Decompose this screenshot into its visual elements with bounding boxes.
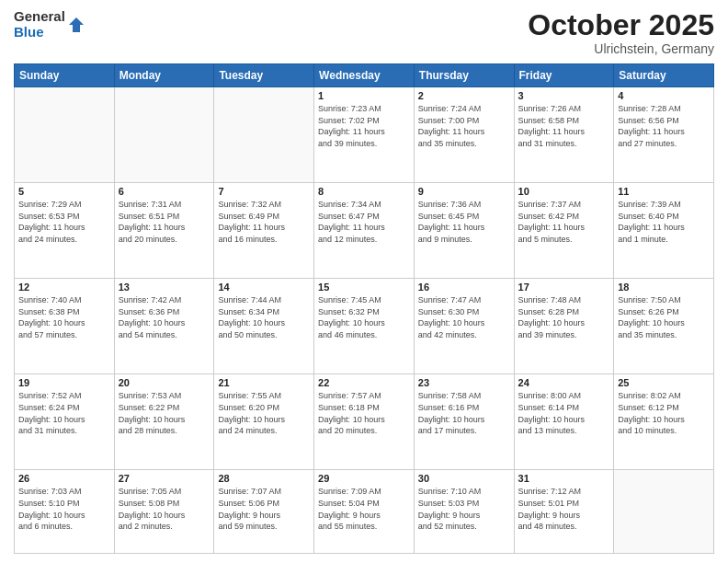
day-info: Sunrise: 7:48 AM Sunset: 6:28 PM Dayligh…: [518, 294, 610, 340]
day-number: 29: [318, 473, 410, 484]
day-number: 28: [218, 473, 310, 484]
day-number: 19: [18, 377, 110, 388]
location: Ulrichstein, Germany: [528, 41, 714, 56]
day-info: Sunrise: 7:34 AM Sunset: 6:47 PM Dayligh…: [318, 199, 410, 245]
table-row: 20Sunrise: 7:53 AM Sunset: 6:22 PM Dayli…: [114, 374, 214, 470]
day-number: 20: [119, 377, 210, 388]
day-info: Sunrise: 7:36 AM Sunset: 6:45 PM Dayligh…: [418, 199, 510, 245]
day-number: 22: [318, 377, 410, 388]
table-row: 31Sunrise: 7:12 AM Sunset: 5:01 PM Dayli…: [514, 470, 614, 554]
day-number: 3: [518, 90, 610, 101]
day-info: Sunrise: 7:58 AM Sunset: 6:16 PM Dayligh…: [418, 390, 510, 436]
table-row: 18Sunrise: 7:50 AM Sunset: 6:26 PM Dayli…: [614, 279, 714, 374]
table-row: 16Sunrise: 7:47 AM Sunset: 6:30 PM Dayli…: [414, 279, 514, 374]
table-row: 30Sunrise: 7:10 AM Sunset: 5:03 PM Dayli…: [414, 470, 514, 554]
day-info: Sunrise: 7:45 AM Sunset: 6:32 PM Dayligh…: [318, 294, 410, 340]
day-info: Sunrise: 7:37 AM Sunset: 6:42 PM Dayligh…: [518, 199, 610, 245]
day-number: 21: [218, 377, 310, 388]
table-row: 9Sunrise: 7:36 AM Sunset: 6:45 PM Daylig…: [414, 183, 514, 279]
col-friday: Friday: [514, 64, 614, 87]
table-row: 21Sunrise: 7:55 AM Sunset: 6:20 PM Dayli…: [214, 374, 314, 470]
day-number: 27: [119, 473, 210, 484]
day-info: Sunrise: 7:40 AM Sunset: 6:38 PM Dayligh…: [18, 294, 110, 340]
table-row: [15, 87, 115, 183]
day-number: 7: [218, 186, 310, 197]
day-info: Sunrise: 7:42 AM Sunset: 6:36 PM Dayligh…: [119, 294, 210, 340]
table-row: 11Sunrise: 7:39 AM Sunset: 6:40 PM Dayli…: [614, 183, 714, 279]
table-row: 24Sunrise: 8:00 AM Sunset: 6:14 PM Dayli…: [514, 374, 614, 470]
table-row: 5Sunrise: 7:29 AM Sunset: 6:53 PM Daylig…: [15, 183, 115, 279]
day-info: Sunrise: 8:00 AM Sunset: 6:14 PM Dayligh…: [518, 390, 610, 436]
day-number: 2: [418, 90, 510, 101]
col-sunday: Sunday: [15, 64, 115, 87]
day-number: 26: [18, 473, 110, 484]
day-info: Sunrise: 7:05 AM Sunset: 5:08 PM Dayligh…: [119, 486, 210, 532]
logo-general-text: General: [14, 9, 65, 25]
day-info: Sunrise: 7:26 AM Sunset: 6:58 PM Dayligh…: [518, 103, 610, 149]
title-block: October 2025 Ulrichstein, Germany: [528, 9, 714, 56]
day-info: Sunrise: 8:02 AM Sunset: 6:12 PM Dayligh…: [618, 390, 710, 436]
month-title: October 2025: [528, 9, 714, 41]
day-number: 16: [418, 282, 510, 293]
day-number: 25: [618, 377, 710, 388]
table-row: 10Sunrise: 7:37 AM Sunset: 6:42 PM Dayli…: [514, 183, 614, 279]
day-number: 12: [18, 282, 110, 293]
table-row: [114, 87, 214, 183]
table-row: 27Sunrise: 7:05 AM Sunset: 5:08 PM Dayli…: [114, 470, 214, 554]
weekday-header-row: Sunday Monday Tuesday Wednesday Thursday…: [15, 64, 714, 87]
col-thursday: Thursday: [414, 64, 514, 87]
col-wednesday: Wednesday: [314, 64, 415, 87]
logo-icon: [67, 16, 85, 34]
day-info: Sunrise: 7:09 AM Sunset: 5:04 PM Dayligh…: [318, 486, 410, 532]
day-info: Sunrise: 7:52 AM Sunset: 6:24 PM Dayligh…: [18, 390, 110, 436]
table-row: 4Sunrise: 7:28 AM Sunset: 6:56 PM Daylig…: [614, 87, 714, 183]
table-row: 22Sunrise: 7:57 AM Sunset: 6:18 PM Dayli…: [314, 374, 415, 470]
day-number: 10: [518, 186, 610, 197]
day-info: Sunrise: 7:39 AM Sunset: 6:40 PM Dayligh…: [618, 199, 710, 245]
day-number: 17: [518, 282, 610, 293]
day-number: 15: [318, 282, 410, 293]
day-info: Sunrise: 7:55 AM Sunset: 6:20 PM Dayligh…: [218, 390, 310, 436]
table-row: 2Sunrise: 7:24 AM Sunset: 7:00 PM Daylig…: [414, 87, 514, 183]
day-info: Sunrise: 7:47 AM Sunset: 6:30 PM Dayligh…: [418, 294, 510, 340]
table-row: 19Sunrise: 7:52 AM Sunset: 6:24 PM Dayli…: [15, 374, 115, 470]
table-row: 3Sunrise: 7:26 AM Sunset: 6:58 PM Daylig…: [514, 87, 614, 183]
header: General Blue October 2025 Ulrichstein, G…: [14, 9, 714, 56]
table-row: 7Sunrise: 7:32 AM Sunset: 6:49 PM Daylig…: [214, 183, 314, 279]
day-info: Sunrise: 7:23 AM Sunset: 7:02 PM Dayligh…: [318, 103, 410, 149]
table-row: 17Sunrise: 7:48 AM Sunset: 6:28 PM Dayli…: [514, 279, 614, 374]
table-row: 26Sunrise: 7:03 AM Sunset: 5:10 PM Dayli…: [15, 470, 115, 554]
day-number: 14: [218, 282, 310, 293]
table-row: 6Sunrise: 7:31 AM Sunset: 6:51 PM Daylig…: [114, 183, 214, 279]
table-row: [614, 470, 714, 554]
day-number: 4: [618, 90, 710, 101]
day-info: Sunrise: 7:07 AM Sunset: 5:06 PM Dayligh…: [218, 486, 310, 532]
col-monday: Monday: [114, 64, 214, 87]
day-info: Sunrise: 7:03 AM Sunset: 5:10 PM Dayligh…: [18, 486, 110, 532]
table-row: 28Sunrise: 7:07 AM Sunset: 5:06 PM Dayli…: [214, 470, 314, 554]
day-number: 8: [318, 186, 410, 197]
day-number: 5: [18, 186, 110, 197]
table-row: 1Sunrise: 7:23 AM Sunset: 7:02 PM Daylig…: [314, 87, 415, 183]
day-info: Sunrise: 7:29 AM Sunset: 6:53 PM Dayligh…: [18, 199, 110, 245]
table-row: 29Sunrise: 7:09 AM Sunset: 5:04 PM Dayli…: [314, 470, 415, 554]
day-info: Sunrise: 7:32 AM Sunset: 6:49 PM Dayligh…: [218, 199, 310, 245]
logo: General Blue: [14, 9, 85, 40]
day-info: Sunrise: 7:53 AM Sunset: 6:22 PM Dayligh…: [119, 390, 210, 436]
day-info: Sunrise: 7:31 AM Sunset: 6:51 PM Dayligh…: [119, 199, 210, 245]
col-tuesday: Tuesday: [214, 64, 314, 87]
table-row: 23Sunrise: 7:58 AM Sunset: 6:16 PM Dayli…: [414, 374, 514, 470]
day-info: Sunrise: 7:24 AM Sunset: 7:00 PM Dayligh…: [418, 103, 510, 149]
table-row: [214, 87, 314, 183]
day-info: Sunrise: 7:44 AM Sunset: 6:34 PM Dayligh…: [218, 294, 310, 340]
day-number: 30: [418, 473, 510, 484]
day-info: Sunrise: 7:28 AM Sunset: 6:56 PM Dayligh…: [618, 103, 710, 149]
day-number: 23: [418, 377, 510, 388]
day-number: 13: [119, 282, 210, 293]
table-row: 8Sunrise: 7:34 AM Sunset: 6:47 PM Daylig…: [314, 183, 415, 279]
day-number: 6: [119, 186, 210, 197]
page: General Blue October 2025 Ulrichstein, G…: [0, 0, 728, 563]
day-number: 11: [618, 186, 710, 197]
col-saturday: Saturday: [614, 64, 714, 87]
day-number: 1: [318, 90, 410, 101]
